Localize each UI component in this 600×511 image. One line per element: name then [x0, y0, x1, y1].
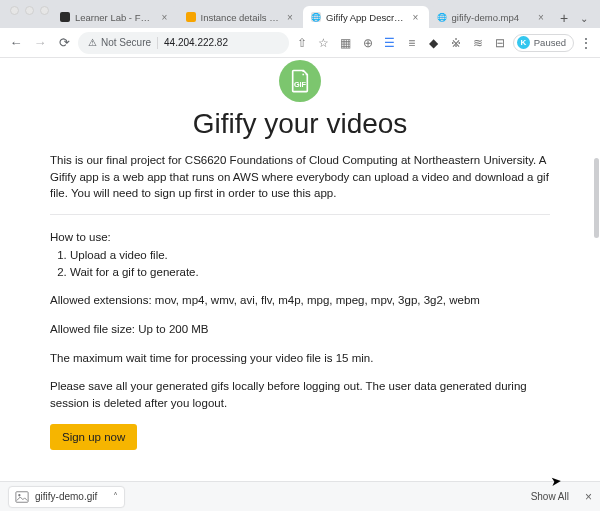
svg-point-2: [18, 494, 20, 496]
avatar: K: [517, 36, 530, 49]
howto-steps: Upload a video file. Wait for a gif to g…: [70, 247, 550, 280]
close-icon[interactable]: ×: [536, 12, 546, 23]
page-viewport: GIF Gifify your videos This is our final…: [0, 58, 600, 481]
show-all-downloads[interactable]: Show All: [531, 491, 569, 502]
close-icon[interactable]: ×: [585, 490, 592, 504]
new-tab-button[interactable]: +: [554, 8, 574, 28]
download-item[interactable]: gifify-demo.gif ˄: [8, 486, 125, 508]
window-close[interactable]: [10, 6, 19, 15]
extension-icon[interactable]: ⊕: [359, 33, 377, 53]
allowed-extensions: Allowed extensions: mov, mp4, wmv, avi, …: [50, 292, 550, 309]
extension-icon[interactable]: ☰: [381, 33, 399, 53]
tab-gifify-app[interactable]: 🌐 Gifify App Description ×: [303, 6, 429, 28]
extension-icon[interactable]: ≋: [469, 33, 487, 53]
download-filename: gifify-demo.gif: [35, 491, 97, 502]
list-item: Upload a video file.: [70, 247, 550, 264]
chrome-menu-icon[interactable]: ⋮: [578, 35, 594, 51]
svg-text:GIF: GIF: [294, 80, 307, 89]
profile-chip[interactable]: K Paused: [513, 34, 574, 52]
downloads-bar: gifify-demo.gif ˄ Show All ×: [0, 481, 600, 511]
image-file-icon: [15, 490, 29, 504]
favicon: [186, 12, 196, 22]
list-item: Wait for a gif to generate.: [70, 264, 550, 281]
share-icon[interactable]: ⇧: [293, 33, 311, 53]
window-zoom[interactable]: [40, 6, 49, 15]
toolbar: ← → ⟳ ⚠ Not Secure 44.204.222.82 ⇧ ☆ ▦ ⊕…: [0, 28, 600, 58]
tab-learner-lab[interactable]: Learner Lab - Foundational S ×: [52, 6, 178, 28]
tab-gifify-demo-mp4[interactable]: 🌐 gifify-demo.mp4 ×: [429, 6, 555, 28]
close-icon[interactable]: ×: [160, 12, 170, 23]
extensions-menu-icon[interactable]: ⊟: [491, 33, 509, 53]
tab-strip: Learner Lab - Foundational S × Instance …: [0, 0, 600, 28]
scrollbar-thumb[interactable]: [594, 158, 599, 238]
svg-rect-1: [16, 491, 28, 502]
back-button[interactable]: ←: [6, 33, 26, 53]
window-controls: [10, 6, 49, 15]
tab-overflow-button[interactable]: ⌄: [574, 8, 594, 28]
divider: [157, 37, 158, 49]
extension-icon[interactable]: ◆: [425, 33, 443, 53]
sign-up-button[interactable]: Sign up now: [50, 424, 137, 450]
favicon: 🌐: [437, 12, 447, 22]
security-chip[interactable]: ⚠ Not Secure: [88, 37, 151, 48]
intro-paragraph: This is our final project for CS6620 Fou…: [50, 152, 550, 215]
extension-icon[interactable]: ≡: [403, 33, 421, 53]
tab-title: Instance details | EC2 Mana: [201, 12, 281, 23]
reload-button[interactable]: ⟳: [54, 33, 74, 53]
forward-button[interactable]: →: [30, 33, 50, 53]
bookmark-icon[interactable]: ☆: [315, 33, 333, 53]
chevron-up-icon[interactable]: ˄: [113, 491, 118, 502]
tab-instance-details[interactable]: Instance details | EC2 Mana ×: [178, 6, 304, 28]
profile-status: Paused: [534, 37, 566, 48]
address-bar[interactable]: ⚠ Not Secure 44.204.222.82: [78, 32, 289, 54]
security-label: Not Secure: [101, 37, 151, 48]
extension-icon[interactable]: ※: [447, 33, 465, 53]
extension-icon[interactable]: ▦: [337, 33, 355, 53]
toolbar-actions: ⇧ ☆ ▦ ⊕ ☰ ≡ ◆ ※ ≋ ⊟ K Paused ⋮: [293, 33, 594, 53]
gif-logo: GIF: [279, 60, 321, 102]
favicon: [60, 12, 70, 22]
page-content: GIF Gifify your videos This is our final…: [50, 60, 550, 470]
page-title: Gifify your videos: [50, 108, 550, 140]
window-minimize[interactable]: [25, 6, 34, 15]
max-wait: The maximum wait time for processing you…: [50, 350, 550, 367]
tab-title: gifify-demo.mp4: [452, 12, 532, 23]
warning-icon: ⚠: [88, 37, 97, 48]
close-icon[interactable]: ×: [411, 12, 421, 23]
allowed-size: Allowed file size: Up to 200 MB: [50, 321, 550, 338]
close-icon[interactable]: ×: [285, 12, 295, 23]
tab-title: Learner Lab - Foundational S: [75, 12, 155, 23]
howto-heading: How to use:: [50, 231, 550, 243]
favicon: 🌐: [311, 12, 321, 22]
tab-title: Gifify App Description: [326, 12, 406, 23]
save-note: Please save all your generated gifs loca…: [50, 378, 550, 411]
url-text: 44.204.222.82: [164, 37, 228, 48]
file-gif-icon: GIF: [287, 68, 313, 94]
